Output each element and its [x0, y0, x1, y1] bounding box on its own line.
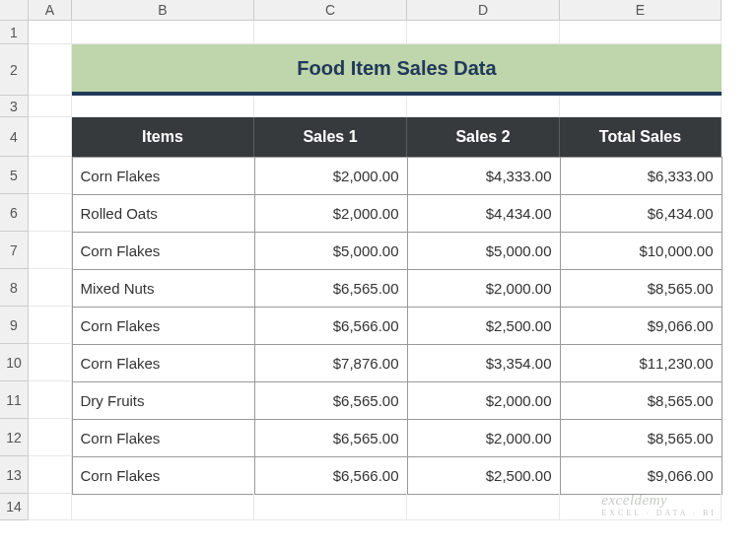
- col-header-d[interactable]: D: [407, 0, 560, 21]
- data-s2[interactable]: $3,354.00: [407, 344, 561, 382]
- data-total[interactable]: $8,565.00: [560, 381, 722, 420]
- cell[interactable]: [560, 21, 722, 44]
- row-header[interactable]: 9: [0, 307, 29, 344]
- data-item[interactable]: Corn Flakes: [72, 232, 255, 270]
- col-header-a[interactable]: A: [29, 0, 72, 21]
- data-s2[interactable]: $2,500.00: [407, 456, 561, 495]
- data-s2[interactable]: $4,434.00: [407, 194, 561, 233]
- header-sales1[interactable]: Sales 1: [254, 117, 407, 157]
- data-total[interactable]: $11,230.00: [560, 344, 722, 382]
- cell[interactable]: [29, 344, 72, 381]
- data-total[interactable]: $8,565.00: [560, 269, 722, 308]
- title-cell[interactable]: Food Item Sales Data: [72, 44, 722, 96]
- data-s1[interactable]: $6,565.00: [254, 269, 408, 308]
- row-header[interactable]: 6: [0, 194, 29, 232]
- data-total[interactable]: $9,066.00: [560, 307, 722, 345]
- row-header[interactable]: 11: [0, 381, 29, 419]
- col-header-b[interactable]: B: [72, 0, 254, 21]
- cell[interactable]: [29, 419, 72, 456]
- cell[interactable]: [29, 194, 72, 232]
- row-header[interactable]: 3: [0, 96, 29, 117]
- row-header[interactable]: 13: [0, 456, 29, 494]
- cell[interactable]: [29, 494, 72, 520]
- col-header-e[interactable]: E: [560, 0, 722, 21]
- data-item[interactable]: Mixed Nuts: [72, 269, 255, 308]
- data-total[interactable]: $6,333.00: [560, 157, 722, 195]
- data-s2[interactable]: $2,000.00: [407, 381, 561, 420]
- cell[interactable]: [29, 456, 72, 494]
- cell[interactable]: [29, 269, 72, 307]
- data-total[interactable]: $9,066.00: [560, 456, 722, 495]
- data-item[interactable]: Corn Flakes: [72, 456, 255, 495]
- cell[interactable]: [560, 96, 722, 117]
- cell[interactable]: [29, 44, 72, 96]
- data-s1[interactable]: $6,566.00: [254, 307, 408, 345]
- row-header[interactable]: 2: [0, 44, 29, 96]
- cell[interactable]: [72, 96, 254, 117]
- data-item[interactable]: Corn Flakes: [72, 344, 255, 382]
- data-s2[interactable]: $2,500.00: [407, 307, 561, 345]
- data-s2[interactable]: $5,000.00: [407, 232, 561, 270]
- cell[interactable]: [29, 117, 72, 157]
- cell[interactable]: [254, 96, 407, 117]
- cell[interactable]: [254, 21, 407, 44]
- row-header[interactable]: 4: [0, 117, 29, 157]
- data-total[interactable]: $8,565.00: [560, 419, 722, 457]
- data-s1[interactable]: $5,000.00: [254, 232, 408, 270]
- row-header[interactable]: 1: [0, 21, 29, 44]
- data-item[interactable]: Corn Flakes: [72, 157, 255, 195]
- row-header[interactable]: 5: [0, 157, 29, 194]
- data-item[interactable]: Rolled Oats: [72, 194, 255, 233]
- cell[interactable]: [72, 494, 254, 520]
- watermark-sub: EXCEL · DATA · BI: [601, 509, 717, 517]
- data-item[interactable]: Dry Fruits: [72, 381, 255, 420]
- data-total[interactable]: $6,434.00: [560, 194, 722, 233]
- data-s1[interactable]: $7,876.00: [254, 344, 408, 382]
- spreadsheet-grid: A B C D E 1 2 Food Item Sales Data 3 4 I…: [0, 0, 756, 520]
- data-s1[interactable]: $2,000.00: [254, 194, 408, 233]
- col-header-c[interactable]: C: [254, 0, 407, 21]
- row-header[interactable]: 8: [0, 269, 29, 307]
- cell[interactable]: [29, 96, 72, 117]
- corner-cell[interactable]: [0, 0, 29, 21]
- cell[interactable]: [72, 21, 254, 44]
- data-s2[interactable]: $2,000.00: [407, 269, 561, 308]
- row-header[interactable]: 10: [0, 344, 29, 381]
- header-total[interactable]: Total Sales: [560, 117, 722, 157]
- data-s1[interactable]: $2,000.00: [254, 157, 408, 195]
- cell[interactable]: [254, 494, 407, 520]
- data-total[interactable]: $10,000.00: [560, 232, 722, 270]
- data-s1[interactable]: $6,566.00: [254, 456, 408, 495]
- header-sales2[interactable]: Sales 2: [407, 117, 560, 157]
- data-s2[interactable]: $2,000.00: [407, 419, 561, 457]
- data-s2[interactable]: $4,333.00: [407, 157, 561, 195]
- data-item[interactable]: Corn Flakes: [72, 307, 255, 345]
- cell[interactable]: [407, 21, 560, 44]
- data-item[interactable]: Corn Flakes: [72, 419, 255, 457]
- header-items[interactable]: Items: [72, 117, 254, 157]
- watermark-main: exceldemy: [601, 492, 667, 508]
- row-header[interactable]: 12: [0, 419, 29, 456]
- row-header[interactable]: 7: [0, 232, 29, 269]
- cell[interactable]: [29, 381, 72, 419]
- cell[interactable]: [29, 21, 72, 44]
- row-header[interactable]: 14: [0, 494, 29, 520]
- cell[interactable]: [407, 96, 560, 117]
- watermark: exceldemy EXCEL · DATA · BI: [601, 492, 717, 517]
- cell[interactable]: [29, 307, 72, 344]
- data-s1[interactable]: $6,565.00: [254, 381, 408, 420]
- data-s1[interactable]: $6,565.00: [254, 419, 408, 457]
- cell[interactable]: [29, 232, 72, 269]
- cell[interactable]: [407, 494, 560, 520]
- cell[interactable]: [29, 157, 72, 194]
